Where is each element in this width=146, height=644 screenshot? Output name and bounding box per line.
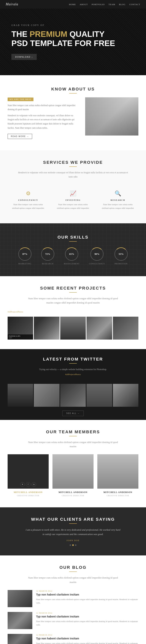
project-item-2[interactable] [34,317,59,340]
blog-title-1[interactable]: Typ non habent claritatem insitam [36,593,138,596]
project-item-3[interactable] [60,317,86,340]
consultancy-icon: ⚙ [10,190,46,196]
project-sub-1: Art [9,337,32,339]
team-role-1: CREATIVE DIRECTOR [8,494,49,497]
hero-section: Grab your copy of THE PREMIUM QUALITYPSD… [0,8,146,75]
testimonials-section: WHAT OUR CLIENTS ARE SAYING I am a pleas… [0,507,146,556]
skill-name-promotion: Promotion [114,263,128,265]
nav-home[interactable]: Home [69,3,76,6]
team-member-2: MITCHELL ANDERSON CREATIVE DIRECTOR [53,454,93,498]
project-item-1[interactable]: PAPERCLIPSArt [8,317,33,340]
services-grid: ⚙ CONSULTANCY Nam liber tempor cum solut… [8,186,138,214]
service-research: 🔍 RESEARCH Nam liber tempor cum soluta n… [97,186,138,214]
blog-img-inner-1 [8,590,32,607]
projects-bottom-grid [8,384,138,407]
about-text-col: WE ARE THE BEST Nam liber tempor cum sol… [8,97,79,139]
skill-name-research: Research [41,263,54,265]
blog-title: OUR BLOG [8,565,138,570]
project-bottom-5[interactable] [113,384,138,407]
about-image [85,97,138,136]
project-item-4[interactable] [86,317,112,340]
skill-circle-consultancy: 90% [90,247,104,261]
nav-blog[interactable]: Blog [119,3,126,6]
about-para1: Nam liber tempor cum soluta nobis eleife… [8,104,79,112]
see-all-button[interactable]: SEE ALL → [62,410,84,416]
blog-image-3[interactable] [8,634,32,644]
read-more-button[interactable]: READ MORE → [8,134,32,139]
testimonial-dot-2[interactable] [72,544,74,546]
skill-research: 72% Research [41,247,54,265]
project-label-1: PAPERCLIPSArt [8,334,33,340]
skill-name-management: Management [64,263,79,265]
skill-consultancy: 90% Consultancy [89,247,105,265]
blog-image-1[interactable] [8,590,32,607]
hero-pre-title: Grab your copy of [11,24,135,27]
service-research-name: RESEARCH [100,199,136,201]
nav-about[interactable]: About [80,3,88,6]
blog-excerpt-2: Nam liber tempor cum soluta nobis eleife… [36,620,138,627]
service-consultancy-desc: Nam liber tempor cum soluta nobis eleife… [10,203,46,210]
project-bottom-2[interactable] [34,384,59,407]
team-section: OUR TEAM MEMBERS Nam liber tempor cum so… [0,420,146,507]
linkedin-icon[interactable]: in [32,482,36,487]
about-badge: WE ARE THE BEST [8,98,33,101]
testimonials-title: WHAT OUR CLIENTS ARE SAYING [8,517,138,522]
testimonial-dot-3[interactable] [75,544,76,546]
about-content: WE ARE THE BEST Nam liber tempor cum sol… [8,97,138,139]
blog-list: 12 MARCH 2014 Typ non habent claritatem … [8,590,138,644]
about-title: KNOW ABOUT US [8,87,138,92]
project-bottom-3[interactable] [60,384,86,407]
service-investing-desc: Nam liber tempor cum soluta nobis eleife… [55,203,91,210]
nav-logo[interactable]: Mairala [6,2,18,6]
nav-links: Home About Portfolio Team Blog Contact [69,3,140,6]
skill-pct-marketing: 87% [22,252,27,256]
services-intro: Hendrerit in vulputate velit esse molest… [16,171,130,179]
facebook-icon[interactable]: f [26,482,30,487]
team-member-3: MITCHELL ANDERSON CREATIVE DIRECTOR [97,454,138,498]
nav-team[interactable]: Team [109,3,115,6]
projects-link[interactable]: #allProjectsPhotos [8,310,138,313]
hero-highlight: PREMIUM [30,30,67,38]
team-photo-1: ✦ f in [8,454,49,489]
blog-title-3[interactable]: Typ non habent claritatem insitam [36,637,138,640]
project-bottom-1[interactable] [8,384,33,407]
blog-subtitle: Nam liber tempor cum soluta nobis eleife… [25,576,121,584]
skill-marketing: 87% Marketing [18,247,32,265]
team-grid: ✦ f in MITCHELL ANDERSON CREATIVE DIRECT… [8,454,138,498]
skill-name-marketing: Marketing [18,263,32,265]
twitter-text: Trying out velocity — a simple website b… [8,368,138,372]
project-bottom-4[interactable] [86,384,112,407]
service-investing-name: INVESTING [55,199,91,201]
twitter-link[interactable]: #allProjectsPhotos [8,373,138,376]
nav-portfolio[interactable]: Portfolio [92,3,105,6]
investing-icon: 📈 [55,190,91,196]
team-photo-3 [97,454,138,489]
blog-image-2[interactable] [8,612,32,629]
projects-subtitle: Nam liber tempor cum soluta nobis eleife… [25,296,121,305]
testimonial-author: John Doe [8,539,138,542]
blog-date-3: 12 MARCH 2014 [36,634,138,636]
blog-img-inner-2 [8,612,32,629]
blog-excerpt-1: Nam liber tempor cum soluta nobis eleife… [36,598,138,605]
twitter-divider [69,363,77,364]
services-divider [69,166,77,167]
project-item-5[interactable] [113,317,138,340]
skill-pct-consultancy: 90% [94,252,99,256]
skill-circle-marketing: 87% [18,247,32,261]
skill-circle-management: 65% [65,247,78,261]
blog-item-3: 12 MARCH 2014 Typ non habent claritatem … [8,634,138,644]
blog-divider [69,572,77,572]
blog-date-2: 12 MARCH 2014 [36,612,138,614]
hero-cta-button[interactable]: DOWNLOAD ↓ [11,54,37,60]
team-title: OUR TEAM MEMBERS [8,430,138,434]
see-all-wrapper: SEE ALL → [0,407,146,420]
nav-contact[interactable]: Contact [129,3,140,6]
twitter-section: LATEST FROM TWITTER Trying out velocity … [0,349,146,383]
skill-management: 65% Management [64,247,79,265]
services-title: SERVICES WE PROVIDE [8,160,138,165]
skill-circle-promotion: 55% [114,247,128,261]
twitter-icon[interactable]: ✦ [20,482,25,487]
twitter-title: LATEST FROM TWITTER [8,357,138,362]
blog-title-2[interactable]: Typ non habent claritatem insitam [36,615,138,618]
testimonial-dot-1[interactable] [70,544,71,546]
